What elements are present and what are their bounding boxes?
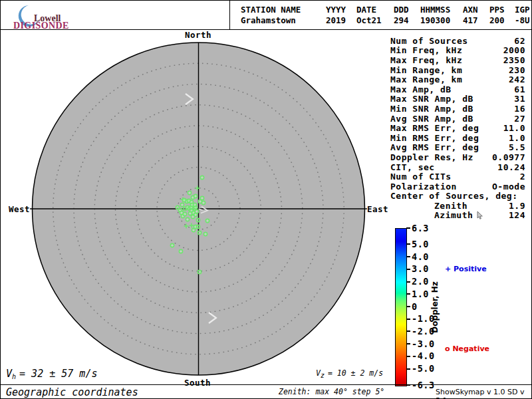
source-circle-marker bbox=[201, 201, 205, 204]
compass-west-label: West bbox=[6, 204, 30, 214]
stats-value: O-mode bbox=[492, 182, 525, 192]
stats-value: 16 bbox=[514, 104, 525, 114]
stats-label: Num of Sources bbox=[390, 36, 468, 46]
stats-value: 62 bbox=[514, 36, 525, 46]
legend-negative-label: Negative bbox=[452, 344, 489, 353]
source-circle-marker bbox=[186, 217, 189, 221]
zenith-scale-note: Zenith: max 40° step 5° bbox=[279, 387, 384, 396]
source-circle-marker bbox=[205, 219, 209, 222]
stats-value: 31 bbox=[514, 94, 525, 104]
stats-row: CIT, sec10.24 bbox=[390, 162, 525, 172]
source-circle-marker bbox=[203, 232, 207, 235]
coordinate-system-label: Geographic coordinates bbox=[6, 386, 138, 398]
legend-positive: + Positive bbox=[445, 265, 487, 273]
stats-value: 2000 bbox=[503, 45, 525, 55]
footer-divider bbox=[1, 384, 532, 385]
source-circle-marker bbox=[193, 203, 196, 206]
vz-symbol: V bbox=[316, 368, 321, 378]
stats-label: Min Range, km bbox=[390, 65, 462, 75]
stats-row: Zenith1.9 bbox=[390, 201, 525, 211]
stats-row: Max Freq, kHz2350 bbox=[390, 55, 525, 65]
stats-label: Max Freq, kHz bbox=[390, 55, 462, 65]
stats-value: 2350 bbox=[503, 55, 525, 65]
stats-label: Num of CITs bbox=[390, 172, 452, 182]
plus-marker-icon: + bbox=[445, 265, 451, 273]
horizontal-velocity-readout: Vh= 32 ± 57 m/s bbox=[6, 368, 97, 380]
stats-label: Min RMS Err, deg bbox=[390, 133, 479, 143]
stats-label: Min SNR Amp, dB bbox=[390, 104, 473, 114]
source-circle-marker bbox=[194, 194, 197, 198]
stats-row: Min Range, km230 bbox=[390, 65, 525, 75]
compass-south-label: South bbox=[184, 378, 211, 388]
source-circle-marker bbox=[196, 225, 200, 228]
stats-label: Min Freq, kHz bbox=[390, 45, 462, 55]
stats-row: Doppler Res, Hz0.0977 bbox=[390, 152, 525, 162]
compass-north-label: North bbox=[185, 30, 211, 40]
software-version-label: ShowSkymap v 1.0 SD v 5.1 bbox=[436, 388, 531, 399]
stats-row: Max Range, km242 bbox=[390, 74, 525, 84]
stats-row: Min RMS Err, deg1.0 bbox=[390, 133, 525, 143]
stats-value: 27 bbox=[514, 114, 525, 124]
source-circle-marker bbox=[192, 228, 195, 231]
colorbar-axis-title: Doppler, Hz bbox=[430, 277, 440, 338]
vertical-velocity-readout: Vz= 10 ± 2 m/s bbox=[316, 368, 383, 379]
stats-value: 124 bbox=[509, 210, 525, 220]
stats-label: Polarization bbox=[390, 182, 457, 192]
stats-value: 2 bbox=[520, 172, 525, 182]
source-circle-marker bbox=[196, 218, 200, 221]
stats-row: Num of CITs2 bbox=[390, 172, 525, 182]
source-circle-marker bbox=[170, 243, 174, 247]
stats-value: 1.9 bbox=[509, 201, 525, 211]
stats-label: Doppler Res, Hz bbox=[390, 152, 473, 162]
source-circle-marker bbox=[200, 176, 203, 179]
stats-label: Azimuth bbox=[434, 210, 483, 220]
stats-value: 11.0 bbox=[503, 123, 525, 133]
source-circle-marker bbox=[198, 231, 201, 234]
stats-label: Max RMS Err, deg bbox=[390, 123, 479, 133]
stats-row: Azimuth124 bbox=[390, 211, 525, 221]
stats-row: Avg RMS Err, deg5.5 bbox=[390, 143, 525, 153]
stats-value: 242 bbox=[509, 74, 525, 84]
doppler-colorbar bbox=[395, 228, 407, 386]
compass-east-label: East bbox=[367, 204, 388, 214]
skymap-window: Lowell DIGISONDE STATION NAMEYYYYDATEDDD… bbox=[0, 0, 532, 399]
source-circle-marker bbox=[188, 191, 191, 194]
stats-value: 1.0 bbox=[509, 133, 525, 143]
stats-label: CIT, sec bbox=[390, 162, 435, 172]
stats-value: 10.24 bbox=[497, 162, 525, 172]
vz-subscript: z bbox=[321, 372, 325, 379]
stats-label: Center of Sources, deg: bbox=[390, 191, 518, 201]
stats-row: Center of Sources, deg: bbox=[390, 192, 525, 201]
stats-row: Min Freq, kHz2000 bbox=[390, 46, 525, 56]
stats-label: Zenith bbox=[434, 201, 467, 211]
source-circle-marker bbox=[182, 198, 186, 201]
stats-row: Min SNR Amp, dB16 bbox=[390, 104, 525, 114]
stats-value: 230 bbox=[509, 65, 525, 75]
stats-row: Avg SNR Amp, dB27 bbox=[390, 114, 525, 124]
source-circle-marker bbox=[191, 215, 194, 218]
vz-value: = 10 ± 2 m/s bbox=[328, 368, 383, 378]
stats-row: PolarizationO-mode bbox=[390, 182, 525, 192]
vh-subscript: h bbox=[12, 373, 16, 380]
source-circle-marker bbox=[200, 196, 203, 200]
stats-label: Max SNR Amp, dB bbox=[390, 94, 473, 104]
stats-value: 5.5 bbox=[509, 142, 525, 152]
stats-row: Num of Sources62 bbox=[390, 36, 525, 46]
source-circle-marker bbox=[183, 212, 186, 215]
vh-symbol: V bbox=[6, 368, 12, 380]
circle-marker-icon: o bbox=[445, 344, 450, 353]
vh-value: = 32 ± 57 m/s bbox=[19, 368, 97, 380]
stats-label: Max Amp, dB bbox=[390, 84, 452, 94]
source-circle-marker bbox=[195, 209, 198, 213]
stats-label: Avg RMS Err, deg bbox=[390, 142, 479, 152]
stats-value: 61 bbox=[514, 84, 525, 94]
stats-label: Max Range, km bbox=[390, 74, 462, 84]
source-circle-marker bbox=[179, 249, 182, 253]
mouse-cursor-icon bbox=[477, 211, 483, 219]
measurement-stats-panel: Num of Sources62Min Freq, kHz2000Max Fre… bbox=[390, 36, 525, 220]
stats-row: Max Amp, dB61 bbox=[390, 84, 525, 94]
legend-negative: o Negative bbox=[445, 344, 489, 353]
stats-row: Max SNR Amp, dB31 bbox=[390, 94, 525, 104]
stats-row: Max RMS Err, deg11.0 bbox=[390, 123, 525, 133]
source-circle-marker bbox=[198, 270, 201, 273]
